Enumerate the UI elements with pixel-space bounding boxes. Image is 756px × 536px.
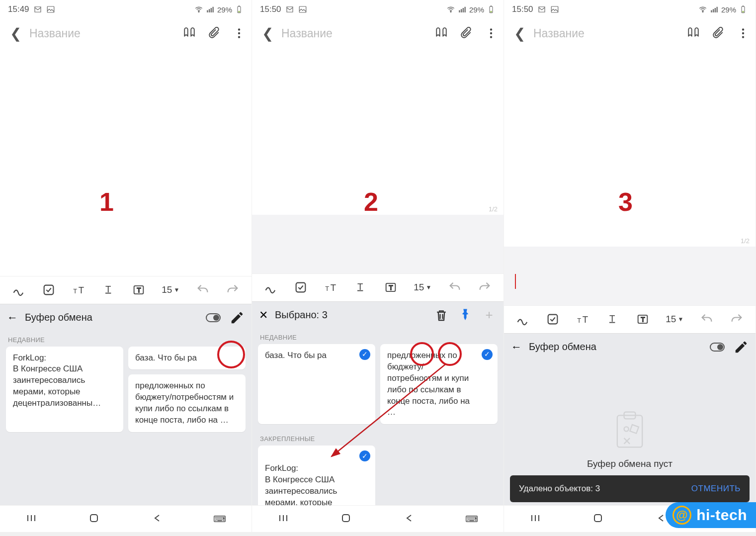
back-icon[interactable]: ❮ bbox=[514, 25, 525, 42]
clip-back-icon[interactable]: ← bbox=[511, 341, 522, 354]
selection-count: Выбрано: 3 bbox=[275, 309, 328, 321]
delete-icon[interactable] bbox=[434, 308, 449, 323]
attach-icon[interactable] bbox=[460, 27, 473, 40]
mail-icon bbox=[33, 5, 42, 14]
annotation-number-2: 2 bbox=[364, 187, 378, 217]
text-underline-icon[interactable]: T bbox=[606, 312, 620, 326]
reader-icon[interactable] bbox=[435, 27, 448, 40]
text-box-icon[interactable]: T bbox=[636, 312, 650, 326]
status-bar: 15:50 29% bbox=[252, 0, 504, 19]
format-toolbar: TT T T 15▼ bbox=[504, 305, 756, 333]
add-icon[interactable]: + bbox=[482, 308, 497, 323]
clip-item[interactable]: предложенных по бюджету/потребностям и к… bbox=[380, 344, 498, 425]
svg-rect-7 bbox=[239, 6, 240, 7]
clip-item[interactable]: база. Что бы ра ✓ bbox=[258, 344, 375, 425]
pin-icon[interactable] bbox=[458, 308, 473, 323]
empty-title: Буфер обмена пуст bbox=[587, 458, 672, 469]
text-box-icon[interactable]: T bbox=[384, 280, 398, 294]
title-input[interactable]: Название bbox=[281, 27, 435, 40]
nav-back-icon[interactable] bbox=[403, 512, 415, 526]
text-box-icon[interactable]: T bbox=[132, 283, 146, 297]
font-size-selector[interactable]: 15▼ bbox=[666, 314, 683, 325]
svg-rect-25 bbox=[461, 9, 462, 12]
toggle-icon[interactable] bbox=[206, 310, 221, 325]
reader-icon[interactable] bbox=[183, 27, 196, 40]
undo-icon[interactable] bbox=[448, 280, 462, 294]
wifi-icon bbox=[698, 5, 707, 14]
undo-icon[interactable] bbox=[196, 283, 210, 297]
nav-home-icon[interactable] bbox=[88, 512, 100, 526]
handwriting-icon[interactable] bbox=[264, 280, 278, 294]
edit-icon[interactable] bbox=[734, 340, 749, 355]
signal-icon bbox=[458, 5, 467, 14]
handwriting-icon[interactable] bbox=[516, 312, 530, 326]
note-canvas-page2[interactable] bbox=[252, 215, 504, 273]
redo-icon[interactable] bbox=[478, 280, 492, 294]
textsize-icon[interactable]: TT bbox=[72, 283, 86, 297]
mail-icon bbox=[285, 5, 294, 14]
more-icon[interactable] bbox=[485, 27, 498, 40]
title-input[interactable]: Название bbox=[29, 27, 183, 40]
clip-item[interactable]: предложенных по бюджету/потребностям и к… bbox=[128, 374, 246, 432]
checkbox-icon[interactable] bbox=[42, 283, 56, 297]
more-icon[interactable] bbox=[737, 27, 750, 40]
note-canvas[interactable]: 1 bbox=[0, 48, 252, 276]
image-icon bbox=[46, 5, 55, 14]
check-icon: ✓ bbox=[359, 349, 370, 360]
status-time: 15:50 bbox=[260, 4, 281, 14]
attach-icon[interactable] bbox=[208, 27, 221, 40]
app-header: ❮ Название bbox=[504, 19, 756, 48]
title-input[interactable]: Название bbox=[533, 27, 687, 40]
text-underline-icon[interactable]: T bbox=[354, 280, 368, 294]
edit-icon[interactable] bbox=[230, 310, 245, 325]
text-underline-icon[interactable]: T bbox=[102, 283, 116, 297]
clipboard-panel: ← Буфер обмена НЕДАВНИЕ ForkLog: В Конгр… bbox=[0, 304, 252, 533]
clip-back-icon[interactable]: ← bbox=[7, 311, 18, 324]
nav-home-icon[interactable] bbox=[340, 512, 352, 526]
nav-back-icon[interactable] bbox=[151, 512, 163, 526]
nav-back-icon[interactable] bbox=[655, 512, 667, 526]
svg-rect-2 bbox=[207, 10, 208, 13]
font-size-selector[interactable]: 15▼ bbox=[162, 284, 179, 295]
undo-icon[interactable] bbox=[700, 312, 714, 326]
checkbox-icon[interactable] bbox=[546, 312, 560, 326]
clip-item[interactable]: ForkLog: В Конгрессе США заинтересовалис… bbox=[6, 347, 123, 433]
back-icon[interactable]: ❮ bbox=[10, 25, 21, 42]
svg-text:T: T bbox=[389, 284, 393, 291]
nav-home-icon[interactable] bbox=[592, 512, 604, 526]
battery-percent: 29% bbox=[469, 5, 484, 14]
format-toolbar: TT T T 15▼ bbox=[252, 273, 504, 301]
nav-recents-icon[interactable] bbox=[529, 512, 541, 526]
watermark: @ hi-tech bbox=[666, 502, 756, 528]
reader-icon[interactable] bbox=[687, 27, 700, 40]
format-toolbar: TT T T 15▼ bbox=[0, 276, 252, 304]
svg-rect-8 bbox=[238, 11, 240, 12]
more-icon[interactable] bbox=[233, 27, 246, 40]
note-canvas[interactable]: 2 1/2 bbox=[252, 48, 504, 215]
clip-item[interactable]: база. Что бы ра bbox=[128, 347, 246, 370]
note-canvas[interactable]: 3 1/2 bbox=[504, 48, 756, 247]
toggle-icon[interactable] bbox=[710, 340, 725, 355]
keyboard-icon[interactable]: ⌨ bbox=[213, 514, 226, 525]
annotation-number-1: 1 bbox=[99, 187, 114, 217]
checkbox-icon[interactable] bbox=[294, 280, 308, 294]
font-size-selector[interactable]: 15▼ bbox=[414, 282, 431, 293]
clipboard-empty-icon bbox=[612, 410, 647, 449]
nav-recents-icon[interactable] bbox=[277, 512, 289, 526]
back-icon[interactable]: ❮ bbox=[262, 25, 273, 42]
note-canvas-page2[interactable] bbox=[504, 247, 756, 305]
app-header: ❮ Название bbox=[252, 19, 504, 48]
close-icon[interactable]: ✕ bbox=[259, 309, 268, 322]
textsize-icon[interactable]: TT bbox=[576, 312, 590, 326]
redo-icon[interactable] bbox=[730, 312, 744, 326]
handwriting-icon[interactable] bbox=[12, 283, 26, 297]
redo-icon[interactable] bbox=[226, 283, 240, 297]
nav-recents-icon[interactable] bbox=[25, 512, 37, 526]
snackbar-undo-button[interactable]: ОТМЕНИТЬ bbox=[691, 484, 741, 494]
svg-rect-49 bbox=[711, 10, 712, 13]
textsize-icon[interactable]: TT bbox=[324, 280, 338, 294]
attach-icon[interactable] bbox=[712, 27, 725, 40]
snackbar-text: Удалено объектов: 3 bbox=[519, 484, 600, 494]
svg-text:T: T bbox=[325, 285, 329, 292]
keyboard-icon[interactable]: ⌨ bbox=[465, 514, 478, 525]
